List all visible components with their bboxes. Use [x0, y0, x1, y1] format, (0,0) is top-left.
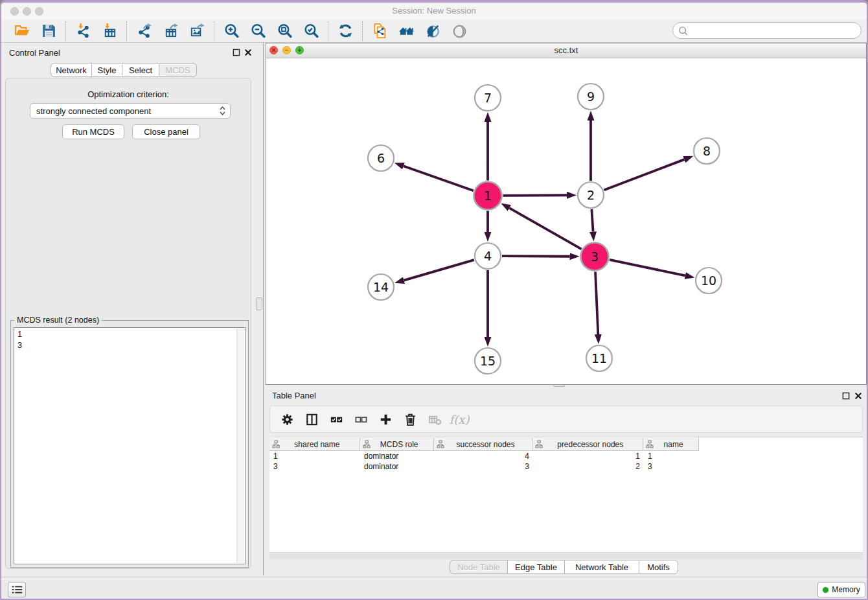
- export-table-icon[interactable]: [162, 23, 179, 40]
- mcds-result-textarea[interactable]: 1 3: [14, 327, 246, 564]
- graph-node-14[interactable]: 14: [368, 274, 394, 300]
- table-cell: 4: [434, 451, 533, 461]
- graph-node-label: 11: [591, 351, 607, 365]
- graph-node-3[interactable]: 3: [581, 243, 609, 271]
- graph-node-4[interactable]: 4: [475, 243, 501, 269]
- toolbar-group: [328, 23, 362, 40]
- mcds-result-values: 1 3: [14, 328, 245, 352]
- function-builder-icon: f(x): [451, 411, 467, 427]
- table-row[interactable]: 1dominator411: [269, 451, 699, 461]
- column-header-successor-nodes[interactable]: successor nodes: [434, 438, 533, 450]
- graph-node-label: 2: [587, 188, 595, 202]
- graph-node-label: 6: [377, 151, 385, 165]
- status-bar: Memory: [1, 577, 867, 600]
- memory-label: Memory: [832, 585, 860, 594]
- table-cell: 3: [434, 461, 533, 472]
- table-cell: 2: [533, 461, 644, 472]
- toolbar-group: [66, 23, 126, 40]
- memory-button[interactable]: Memory: [817, 582, 865, 597]
- refresh-icon[interactable]: [337, 23, 354, 40]
- graph-edge-1-6[interactable]: [404, 166, 474, 190]
- delete-row-icon[interactable]: [402, 411, 418, 427]
- tab-motifs[interactable]: Motifs: [639, 560, 678, 574]
- save-session-icon[interactable]: [40, 23, 57, 40]
- graph-edge-3-1[interactable]: [509, 208, 581, 249]
- network-view-window: × − + scc.txt 7968124314101511: [266, 43, 867, 385]
- graph-edge-4-3[interactable]: [502, 256, 570, 257]
- table-panel-close-icon[interactable]: [854, 392, 862, 400]
- tab-network-table[interactable]: Network Table: [564, 560, 639, 574]
- tab-node-table[interactable]: Node Table: [450, 560, 508, 574]
- zoom-fit-icon[interactable]: [276, 23, 293, 40]
- table-hscrollbar[interactable]: [269, 552, 863, 559]
- tab-mcds[interactable]: MCDS: [159, 63, 197, 77]
- open-file-icon[interactable]: [14, 23, 30, 40]
- mcds-result-group: MCDS result (2 nodes) 1 3: [10, 320, 249, 568]
- app-titlebar: Session: New Session: [1, 3, 867, 19]
- home-icon[interactable]: [398, 23, 415, 40]
- close-panel-button[interactable]: Close panel: [132, 124, 200, 139]
- graph-node-2[interactable]: 2: [578, 182, 604, 208]
- clone-network-icon[interactable]: [371, 23, 388, 40]
- control-panel-float-button[interactable]: [233, 49, 240, 56]
- import-table-icon[interactable]: [101, 23, 118, 40]
- settings-gear-icon[interactable]: [279, 411, 295, 427]
- zoom-selected-icon[interactable]: [303, 23, 319, 40]
- search-field[interactable]: [672, 22, 862, 39]
- table-panel-float-button[interactable]: [842, 392, 850, 400]
- vertical-split-divider[interactable]: [263, 43, 264, 575]
- vertical-split-grip[interactable]: [256, 297, 262, 310]
- graph-node-8[interactable]: 8: [694, 138, 720, 164]
- tab-edge-table[interactable]: Edge Table: [507, 560, 565, 574]
- result-scrollbar[interactable]: [236, 329, 244, 563]
- unselect-all-icon[interactable]: [353, 411, 369, 427]
- network-window-titlebar[interactable]: × − + scc.txt: [266, 43, 866, 58]
- zoom-in-icon[interactable]: [223, 23, 240, 40]
- graph-node-9[interactable]: 9: [578, 84, 604, 110]
- control-panel-title: Control Panel: [9, 48, 60, 58]
- export-image-icon[interactable]: [188, 23, 205, 40]
- control-panel-close-icon[interactable]: [244, 49, 252, 56]
- run-mcds-button[interactable]: Run MCDS: [62, 124, 124, 139]
- graphics-details-icon[interactable]: [424, 23, 441, 40]
- column-layout-icon[interactable]: [304, 411, 319, 427]
- table-row[interactable]: 3dominator323: [269, 461, 699, 472]
- network-canvas[interactable]: 7968124314101511: [266, 58, 866, 384]
- graph-edge-3-11[interactable]: [595, 271, 598, 334]
- optimization-criterion-dropdown[interactable]: strongly connected component: [30, 103, 231, 119]
- column-type-icon: [437, 440, 444, 448]
- column-header-predecessor-nodes[interactable]: predecessor nodes: [532, 438, 643, 450]
- graph-edge-2-3[interactable]: [591, 209, 593, 232]
- graph-node-15[interactable]: 15: [475, 348, 501, 374]
- graph-node-11[interactable]: 11: [586, 345, 612, 371]
- add-row-icon[interactable]: [378, 411, 393, 427]
- column-type-icon: [646, 440, 654, 448]
- column-header-shared-name[interactable]: shared name: [269, 438, 360, 450]
- graph-node-7[interactable]: 7: [475, 85, 501, 111]
- tab-style[interactable]: Style: [91, 63, 122, 77]
- toolbar-group: [5, 23, 65, 40]
- graph-node-1[interactable]: 1: [474, 182, 502, 210]
- graph-node-label: 14: [373, 280, 389, 294]
- app-title: Session: New Session: [1, 6, 867, 16]
- column-type-icon: [363, 440, 371, 448]
- graph-node-label: 4: [484, 249, 492, 263]
- import-network-icon[interactable]: [74, 23, 91, 40]
- graph-edge-2-8[interactable]: [604, 159, 685, 190]
- show-hide-icon[interactable]: [451, 23, 468, 40]
- task-history-button[interactable]: [8, 582, 26, 597]
- search-icon: [677, 25, 689, 37]
- select-all-icon[interactable]: [328, 411, 344, 427]
- graph-edge-1-2[interactable]: [503, 195, 567, 196]
- column-header-name[interactable]: name: [643, 438, 698, 450]
- zoom-out-icon[interactable]: [249, 23, 266, 40]
- search-input[interactable]: [689, 25, 861, 36]
- export-network-icon[interactable]: [135, 23, 152, 40]
- graph-edge-3-10[interactable]: [610, 260, 685, 276]
- graph-node-6[interactable]: 6: [368, 145, 394, 171]
- graph-node-10[interactable]: 10: [696, 268, 722, 294]
- tab-network[interactable]: Network: [51, 63, 92, 77]
- tab-select[interactable]: Select: [122, 63, 159, 77]
- column-header-MCDS-role[interactable]: MCDS role: [360, 438, 434, 450]
- graph-edge-4-14[interactable]: [404, 260, 474, 281]
